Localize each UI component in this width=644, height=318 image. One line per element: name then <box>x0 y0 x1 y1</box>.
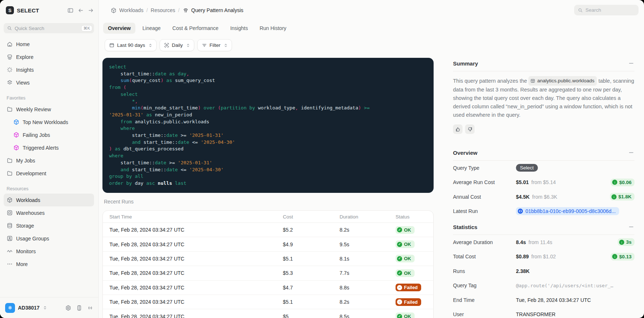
latest-run-link[interactable]: 01bb8b1a-010c-eb99-0005-d8c3006d... <box>516 207 619 215</box>
usage-icon <box>7 235 13 242</box>
quick-search-input[interactable]: Quick Search ⌘K <box>4 23 94 33</box>
sidebar-item-label: More <box>16 261 28 267</box>
cell-cost: $5.1 <box>283 299 340 305</box>
collapse-section-icon[interactable] <box>628 60 634 67</box>
broadcast-icon[interactable] <box>87 305 93 311</box>
code-line: where <box>109 153 427 160</box>
chevron-updown-icon <box>223 43 228 48</box>
status-label: OK <box>404 270 411 276</box>
sidebar-item[interactable]: More <box>4 258 94 270</box>
search-icon <box>7 26 12 31</box>
filter-label: Last 90 days <box>117 42 145 48</box>
code-line: start_time::date >= '2025-01-31' <box>109 160 427 167</box>
sidebar-item[interactable]: Home <box>4 38 94 50</box>
breadcrumb-workloads[interactable]: Workloads <box>111 7 143 14</box>
sidebar-item[interactable]: Top New Workloads <box>10 116 94 128</box>
filter-bar: Last 90 days Daily Filter <box>105 39 232 51</box>
filter-dropdown[interactable]: Filter <box>197 39 232 51</box>
sidebar-item[interactable]: Triggered Alerts <box>10 141 94 154</box>
tab[interactable]: Lineage <box>138 23 165 34</box>
column-header-status[interactable]: Status <box>396 214 433 220</box>
table-row[interactable]: Tue, Feb 28, 2024 03:34:27 UTC $5 8.5s O… <box>103 309 433 318</box>
app-name: SELECT <box>17 7 39 14</box>
sidebar-item[interactable]: Insights <box>4 63 94 76</box>
breadcrumb-separator: / <box>146 7 148 13</box>
settings-icon[interactable] <box>65 305 71 311</box>
sidebar-item[interactable]: Weekly Review <box>4 103 94 116</box>
statistics-title: Statistics <box>453 224 478 230</box>
nav-forward-icon[interactable] <box>88 7 94 14</box>
nav-back-icon[interactable] <box>78 7 84 14</box>
overview-section: Overview Query Type Select Average Run C… <box>453 149 634 218</box>
cell-start-time: Tue, Feb 28, 2024 03:34:27 UTC <box>109 285 283 291</box>
sidebar-item-label: Weekly Review <box>16 106 51 112</box>
row-annual-cost: Annual Cost $4.5Kfrom $6.3K $1.8K <box>453 190 634 204</box>
code-line: ) as dbt_queries_processed <box>109 146 427 153</box>
status-badge: OK <box>396 226 415 234</box>
sidebar-item[interactable]: My Jobs <box>4 154 94 167</box>
sidebar-nav: Home Explore Insights Views <box>0 38 98 89</box>
collapse-section-icon[interactable] <box>628 224 634 230</box>
summary-section: Summary This query pattern analyzes the … <box>453 60 634 134</box>
feedback-buttons <box>453 124 634 134</box>
collapse-section-icon[interactable] <box>628 149 634 156</box>
duration-decrease-badge: 3s <box>618 238 634 246</box>
sidebar-footer: ❄ AD38017 <box>0 297 98 318</box>
sidebar-item-label: Development <box>16 171 46 176</box>
sidebar-item[interactable]: Warehouses <box>4 206 94 219</box>
code-line: from ( <box>109 84 427 91</box>
calendar-icon <box>109 42 115 48</box>
tab[interactable]: Overview <box>103 23 135 34</box>
sidebar-item[interactable]: Storage <box>4 219 94 232</box>
cell-cost: $4.7 <box>283 285 340 291</box>
status-badge: OK <box>396 269 415 277</box>
tab[interactable]: Cost & Performance <box>168 23 223 34</box>
cell-cost: $5.1 <box>283 256 340 262</box>
sidebar-item[interactable]: Failing Jobs <box>10 128 94 141</box>
sidebar-item[interactable]: Development <box>4 167 94 180</box>
table-row[interactable]: Tue, Feb 28, 2024 03:34:27 UTC $4.9 9.5s… <box>103 237 433 251</box>
thumb-up-icon <box>455 127 461 132</box>
sidebar-item[interactable]: Monitors <box>4 245 94 258</box>
table-row[interactable]: Tue, Feb 28, 2024 03:34:27 UTC $5.1 8.2s… <box>103 295 433 309</box>
folder-icon <box>7 106 13 112</box>
filter-dropdown[interactable]: Last 90 days <box>105 39 157 51</box>
cell-cost: $5.2 <box>283 227 340 233</box>
query-type-badge: Select <box>516 164 538 172</box>
code-line: start_time::date as day, <box>109 71 427 78</box>
column-header-start-time[interactable]: Start Time <box>109 214 283 220</box>
sidebar-item[interactable]: Views <box>4 76 94 89</box>
column-header-duration[interactable]: Duration <box>340 214 396 220</box>
breadcrumb-resources[interactable]: Resources <box>151 7 175 13</box>
cube-icon <box>13 132 19 138</box>
filter-label: Daily <box>172 42 183 48</box>
table-row[interactable]: Tue, Feb 28, 2024 03:34:27 UTC $5.2 8.2s… <box>103 223 433 237</box>
table-row[interactable]: Tue, Feb 28, 2024 03:34:27 UTC $5.3 7.7s… <box>103 266 433 280</box>
docs-icon[interactable] <box>76 305 82 311</box>
sidebar-item-label: My Jobs <box>16 158 35 164</box>
resources-section-label: Resources <box>7 186 98 191</box>
recent-runs-table: Start Time Cost Duration Status Tue, Feb… <box>102 210 434 318</box>
sidebar-item[interactable]: Usage Groups <box>4 232 94 245</box>
status-badge: OK <box>396 240 415 248</box>
table-row[interactable]: Tue, Feb 28, 2024 03:34:27 UTC $5.1 8.1s… <box>103 252 433 266</box>
sidebar-item-label: Home <box>16 41 30 47</box>
sidebar-item[interactable]: Explore <box>4 50 94 63</box>
thumbs-up-button[interactable] <box>453 124 463 134</box>
code-line: order by day asc nulls last <box>109 180 427 187</box>
tab[interactable]: Insights <box>225 23 252 34</box>
table-chip[interactable]: analytics.public.workloads <box>528 76 597 86</box>
summary-title: Summary <box>453 60 478 67</box>
table-row[interactable]: Tue, Feb 28, 2024 03:34:27 UTC $4.7 8.8s… <box>103 281 433 295</box>
more-icon <box>7 261 13 267</box>
sql-code-block[interactable]: select start_time::date as day, sum(quer… <box>102 58 434 193</box>
recent-runs-title: Recent Runs <box>104 199 134 205</box>
tab[interactable]: Run History <box>255 23 291 34</box>
thumbs-down-button[interactable] <box>465 124 475 134</box>
collapse-sidebar-icon[interactable] <box>67 7 74 14</box>
filter-dropdown[interactable]: Daily <box>160 39 194 51</box>
account-switcher-icon[interactable] <box>42 305 48 310</box>
sidebar-item[interactable]: Workloads <box>4 194 94 206</box>
column-header-cost[interactable]: Cost <box>283 214 340 220</box>
sidebar-item-label: Workloads <box>16 197 40 203</box>
